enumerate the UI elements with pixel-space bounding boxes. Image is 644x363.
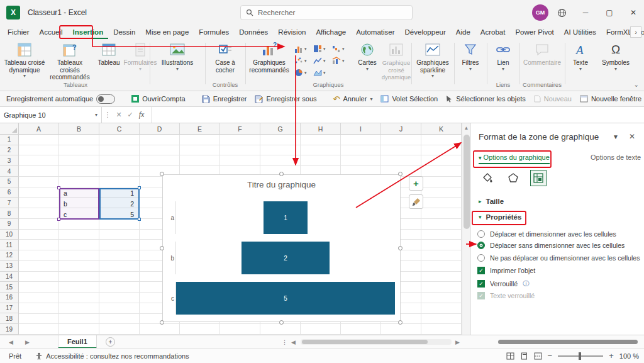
row-header[interactable]: 15 [0,282,19,293]
row-header[interactable]: 14 [0,272,19,282]
tab-acrobat[interactable]: Acrobat [475,25,511,39]
row-header[interactable]: 9 [0,219,19,230]
column-header[interactable]: J [381,123,421,135]
chart-handle-se[interactable] [398,320,402,325]
avatar[interactable]: GM [532,4,548,21]
chart-handle-n[interactable] [279,172,284,176]
more-tabs-button[interactable]: › [630,26,641,38]
tab-accueil[interactable]: Accueil [35,25,68,39]
checkbox-locked[interactable]: ✓Verrouilléⓘ [477,279,529,288]
insert-function-button[interactable]: fx [136,110,147,120]
tab-affichage[interactable]: Affichage [311,25,351,39]
category-source-range[interactable] [59,188,99,220]
text-button[interactable]: A Texte ▾ [566,42,595,72]
hscroll-left-icon[interactable]: ◀ [291,335,296,349]
link-button[interactable]: Lien ▾ [491,42,516,72]
comment-button[interactable]: Commentaire [523,42,562,67]
zoom-slider[interactable] [558,355,603,357]
save-as-button[interactable]: Enregistrer sous [255,95,316,103]
new-window-button[interactable]: Nouvelle fenêtre [580,95,641,103]
row-header[interactable]: 17 [0,303,19,314]
filters-button[interactable]: Filtres ▾ [455,42,486,72]
row-header[interactable]: 4 [0,166,19,177]
surface-chart-type-button[interactable]: ▾ [313,67,332,79]
column-header[interactable]: A [19,123,59,135]
row-header[interactable]: 18 [0,313,19,324]
column-header[interactable]: F [220,123,260,135]
normal-view-icon[interactable] [506,352,514,360]
hierarchy-chart-type-button[interactable]: ▾ [313,43,332,55]
new-button[interactable]: Nouveau [534,95,572,103]
row-header[interactable]: 10 [0,230,19,240]
select-objects-button[interactable]: Sélectionner les objets [446,95,526,103]
pivot-chart-button[interactable]: Graphique croisé dynamique [382,42,410,81]
values-source-range[interactable] [99,188,140,220]
sheet-tab-feuil1[interactable]: Feuil1 [58,335,97,349]
column-header[interactable]: G [260,123,301,135]
sheet-prev-icon[interactable]: ◀ [9,335,13,349]
chart-handle-nw[interactable] [160,172,164,176]
illustrations-button[interactable]: Illustrations ▾ [156,42,199,72]
autosave-toggle[interactable]: Enregistrement automatique [6,94,115,104]
selection-pane-button[interactable]: Volet Sélection [380,95,438,103]
zoom-slider-thumb[interactable] [579,352,581,360]
chart-elements-button[interactable]: + [409,176,423,191]
section-taille[interactable]: ▸Taille [479,198,504,205]
zoom-level[interactable]: 100 % [619,352,639,360]
undo-button[interactable]: ↶ Annuler ▾ [333,94,373,104]
column-header[interactable]: E [180,123,220,135]
size-properties-icon[interactable] [530,170,547,186]
table-button[interactable]: Tableau [94,42,123,67]
sparklines-button[interactable]: Graphiques sparkline ▾ [413,42,453,79]
pane-close-icon[interactable]: ✕ [629,132,635,141]
page-layout-view-icon[interactable] [520,352,528,360]
checkbox-print-object[interactable]: ✓Imprimer l'objet [477,267,535,274]
column-header[interactable]: B [59,123,99,135]
checkbox-control-button[interactable]: Case à cocher [208,42,242,74]
vertical-scrollbar[interactable]: ▲ [462,123,470,335]
tab-donnees[interactable]: Données [234,25,273,39]
column-chart-type-button[interactable]: ▾ [294,43,313,55]
column-header[interactable]: H [301,123,341,135]
formula-input[interactable] [151,107,644,123]
page-break-view-icon[interactable] [534,352,542,360]
funnel-bar[interactable]: 5 [176,282,395,315]
checkbox-text-locked[interactable]: ✓Texte verrouillé [477,292,535,299]
column-header[interactable]: K [421,123,462,135]
chart-handle-s[interactable] [279,320,284,325]
row-header[interactable]: 5 [0,177,19,187]
radio-dont-move-or-size[interactable]: Ne pas déplacer ou dimensionner avec les… [477,254,640,262]
maximize-button[interactable]: ▢ [599,0,620,25]
chart-handle-ne[interactable] [398,172,402,176]
row-header[interactable]: 19 [0,324,19,335]
scatter-chart-type-button[interactable]: ▾ [294,55,313,67]
chart-handle-e[interactable] [398,246,402,250]
accessibility-status[interactable]: Accessibilité : consultez nos recommanda… [35,352,189,360]
row-header[interactable]: 13 [0,261,19,272]
tab-mise-en-page[interactable]: Mise en page [140,25,194,39]
confirm-entry-button[interactable]: ✓ [125,111,136,119]
tab-developpeur[interactable]: Développeur [400,25,451,39]
funnel-bar[interactable]: 2 [242,242,329,274]
cancel-entry-button[interactable]: ✕ [113,111,125,119]
tab-options-du-graphique[interactable]: ▾ Options du graphique [479,154,550,164]
tab-revision[interactable]: Révision [273,25,311,39]
chart-styles-button[interactable] [409,194,423,209]
save-button[interactable]: Enregistrer [202,95,247,103]
column-header[interactable]: D [140,123,180,135]
maps-button[interactable]: Cartes ▾ [353,42,381,72]
horizontal-scroll-thumb[interactable] [302,340,428,344]
row-header[interactable]: 7 [0,198,19,208]
tab-dessin[interactable]: Dessin [108,25,140,39]
pane-horizontal-scroll-thumb[interactable] [498,340,638,344]
range-handle[interactable] [57,218,60,221]
minimize-button[interactable]: ─ [575,0,596,25]
section-proprietes[interactable]: ▾Propriétés [479,213,521,221]
radio-move-and-size[interactable]: Déplacer et dimensionner avec les cellul… [477,230,616,238]
name-box[interactable]: Graphique 10 ▾ [0,107,102,123]
row-header[interactable]: 8 [0,208,19,219]
column-header[interactable]: I [341,123,381,135]
namebox-menu-icon[interactable]: ⋮ [102,111,113,119]
row-header[interactable]: 2 [0,145,19,156]
tab-automatiser[interactable]: Automatiser [351,25,399,39]
